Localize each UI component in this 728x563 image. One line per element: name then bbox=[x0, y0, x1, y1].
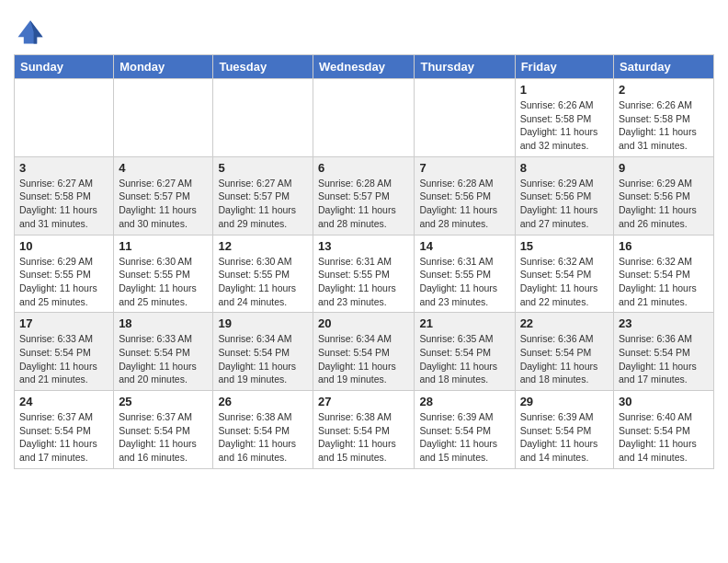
day-info: Sunrise: 6:33 AM Sunset: 5:54 PM Dayligh… bbox=[19, 332, 108, 386]
day-info: Sunrise: 6:38 AM Sunset: 5:54 PM Dayligh… bbox=[318, 410, 409, 465]
day-header-saturday: Saturday bbox=[614, 55, 714, 79]
day-number: 8 bbox=[520, 161, 609, 175]
calendar-week-row: 24Sunrise: 6:37 AM Sunset: 5:54 PM Dayli… bbox=[15, 391, 714, 469]
day-info: Sunrise: 6:35 AM Sunset: 5:54 PM Dayligh… bbox=[419, 332, 509, 386]
calendar-cell: 17Sunrise: 6:33 AM Sunset: 5:54 PM Dayli… bbox=[15, 313, 114, 391]
day-info: Sunrise: 6:31 AM Sunset: 5:55 PM Dayligh… bbox=[318, 255, 409, 309]
calendar-week-row: 17Sunrise: 6:33 AM Sunset: 5:54 PM Dayli… bbox=[15, 313, 714, 391]
day-number: 5 bbox=[218, 161, 308, 175]
day-number: 14 bbox=[419, 239, 509, 253]
calendar-cell: 22Sunrise: 6:36 AM Sunset: 5:54 PM Dayli… bbox=[515, 313, 613, 391]
day-info: Sunrise: 6:32 AM Sunset: 5:54 PM Dayligh… bbox=[619, 255, 709, 309]
calendar-cell bbox=[114, 79, 213, 157]
calendar-cell: 25Sunrise: 6:37 AM Sunset: 5:54 PM Dayli… bbox=[114, 391, 213, 469]
calendar-cell: 26Sunrise: 6:38 AM Sunset: 5:54 PM Dayli… bbox=[213, 391, 313, 469]
day-header-tuesday: Tuesday bbox=[213, 55, 313, 79]
day-info: Sunrise: 6:36 AM Sunset: 5:54 PM Dayligh… bbox=[619, 332, 709, 386]
day-number: 23 bbox=[619, 316, 709, 330]
calendar: SundayMondayTuesdayWednesdayThursdayFrid… bbox=[14, 54, 714, 469]
day-info: Sunrise: 6:28 AM Sunset: 5:57 PM Dayligh… bbox=[318, 177, 409, 231]
calendar-cell: 7Sunrise: 6:28 AM Sunset: 5:56 PM Daylig… bbox=[415, 156, 515, 235]
calendar-cell bbox=[313, 79, 415, 157]
calendar-cell: 3Sunrise: 6:27 AM Sunset: 5:58 PM Daylig… bbox=[15, 156, 114, 235]
calendar-cell: 10Sunrise: 6:29 AM Sunset: 5:55 PM Dayli… bbox=[15, 235, 114, 313]
calendar-week-row: 3Sunrise: 6:27 AM Sunset: 5:58 PM Daylig… bbox=[15, 156, 714, 235]
calendar-cell bbox=[213, 79, 313, 157]
day-number: 29 bbox=[520, 395, 609, 408]
day-number: 18 bbox=[119, 316, 208, 330]
day-info: Sunrise: 6:28 AM Sunset: 5:56 PM Dayligh… bbox=[419, 177, 509, 231]
calendar-cell: 15Sunrise: 6:32 AM Sunset: 5:54 PM Dayli… bbox=[515, 235, 613, 313]
calendar-cell: 6Sunrise: 6:28 AM Sunset: 5:57 PM Daylig… bbox=[313, 156, 415, 235]
day-number: 6 bbox=[318, 161, 409, 175]
calendar-cell: 16Sunrise: 6:32 AM Sunset: 5:54 PM Dayli… bbox=[614, 235, 714, 313]
calendar-cell bbox=[15, 79, 114, 157]
day-info: Sunrise: 6:31 AM Sunset: 5:55 PM Dayligh… bbox=[419, 255, 509, 309]
calendar-week-row: 1Sunrise: 6:26 AM Sunset: 5:58 PM Daylig… bbox=[15, 79, 714, 157]
calendar-cell: 2Sunrise: 6:26 AM Sunset: 5:58 PM Daylig… bbox=[614, 79, 714, 157]
calendar-cell: 20Sunrise: 6:34 AM Sunset: 5:54 PM Dayli… bbox=[313, 313, 415, 391]
calendar-cell: 28Sunrise: 6:39 AM Sunset: 5:54 PM Dayli… bbox=[415, 391, 515, 469]
calendar-cell: 4Sunrise: 6:27 AM Sunset: 5:57 PM Daylig… bbox=[114, 156, 213, 235]
day-info: Sunrise: 6:27 AM Sunset: 5:57 PM Dayligh… bbox=[218, 177, 308, 231]
day-number: 3 bbox=[19, 161, 108, 175]
page: SundayMondayTuesdayWednesdayThursdayFrid… bbox=[0, 0, 728, 483]
day-info: Sunrise: 6:34 AM Sunset: 5:54 PM Dayligh… bbox=[218, 332, 308, 386]
calendar-cell: 27Sunrise: 6:38 AM Sunset: 5:54 PM Dayli… bbox=[313, 391, 415, 469]
calendar-cell: 19Sunrise: 6:34 AM Sunset: 5:54 PM Dayli… bbox=[213, 313, 313, 391]
calendar-week-row: 10Sunrise: 6:29 AM Sunset: 5:55 PM Dayli… bbox=[15, 235, 714, 313]
day-number: 12 bbox=[218, 239, 308, 253]
day-number: 22 bbox=[520, 316, 609, 330]
day-info: Sunrise: 6:30 AM Sunset: 5:55 PM Dayligh… bbox=[218, 255, 308, 309]
day-info: Sunrise: 6:34 AM Sunset: 5:54 PM Dayligh… bbox=[318, 332, 409, 386]
day-header-thursday: Thursday bbox=[415, 55, 515, 79]
day-number: 16 bbox=[619, 239, 709, 253]
calendar-cell: 29Sunrise: 6:39 AM Sunset: 5:54 PM Dayli… bbox=[515, 391, 613, 469]
day-info: Sunrise: 6:37 AM Sunset: 5:54 PM Dayligh… bbox=[19, 410, 108, 465]
logo bbox=[14, 14, 51, 47]
day-number: 1 bbox=[520, 83, 609, 97]
day-number: 11 bbox=[119, 239, 208, 253]
calendar-cell: 21Sunrise: 6:35 AM Sunset: 5:54 PM Dayli… bbox=[415, 313, 515, 391]
day-info: Sunrise: 6:27 AM Sunset: 5:57 PM Dayligh… bbox=[119, 177, 208, 231]
day-info: Sunrise: 6:32 AM Sunset: 5:54 PM Dayligh… bbox=[520, 255, 609, 309]
header bbox=[14, 9, 714, 47]
day-info: Sunrise: 6:39 AM Sunset: 5:54 PM Dayligh… bbox=[419, 410, 509, 465]
day-header-friday: Friday bbox=[515, 55, 613, 79]
calendar-cell: 9Sunrise: 6:29 AM Sunset: 5:56 PM Daylig… bbox=[614, 156, 714, 235]
calendar-cell: 24Sunrise: 6:37 AM Sunset: 5:54 PM Dayli… bbox=[15, 391, 114, 469]
day-number: 13 bbox=[318, 239, 409, 253]
day-header-sunday: Sunday bbox=[15, 55, 114, 79]
logo-icon bbox=[14, 14, 47, 47]
day-number: 28 bbox=[419, 395, 509, 408]
day-info: Sunrise: 6:36 AM Sunset: 5:54 PM Dayligh… bbox=[520, 332, 609, 386]
day-info: Sunrise: 6:40 AM Sunset: 5:54 PM Dayligh… bbox=[619, 410, 709, 465]
day-number: 15 bbox=[520, 239, 609, 253]
day-header-monday: Monday bbox=[114, 55, 213, 79]
calendar-cell: 1Sunrise: 6:26 AM Sunset: 5:58 PM Daylig… bbox=[515, 79, 613, 157]
day-info: Sunrise: 6:39 AM Sunset: 5:54 PM Dayligh… bbox=[520, 410, 609, 465]
calendar-cell: 30Sunrise: 6:40 AM Sunset: 5:54 PM Dayli… bbox=[614, 391, 714, 469]
day-number: 26 bbox=[218, 395, 308, 408]
day-info: Sunrise: 6:29 AM Sunset: 5:56 PM Dayligh… bbox=[619, 177, 709, 231]
calendar-cell: 13Sunrise: 6:31 AM Sunset: 5:55 PM Dayli… bbox=[313, 235, 415, 313]
day-number: 25 bbox=[119, 395, 208, 408]
day-number: 27 bbox=[318, 395, 409, 408]
day-number: 20 bbox=[318, 316, 409, 330]
calendar-cell: 11Sunrise: 6:30 AM Sunset: 5:55 PM Dayli… bbox=[114, 235, 213, 313]
day-info: Sunrise: 6:27 AM Sunset: 5:58 PM Dayligh… bbox=[19, 177, 108, 231]
calendar-cell: 5Sunrise: 6:27 AM Sunset: 5:57 PM Daylig… bbox=[213, 156, 313, 235]
calendar-header-row: SundayMondayTuesdayWednesdayThursdayFrid… bbox=[15, 55, 714, 79]
calendar-cell: 18Sunrise: 6:33 AM Sunset: 5:54 PM Dayli… bbox=[114, 313, 213, 391]
calendar-cell: 12Sunrise: 6:30 AM Sunset: 5:55 PM Dayli… bbox=[213, 235, 313, 313]
calendar-cell: 14Sunrise: 6:31 AM Sunset: 5:55 PM Dayli… bbox=[415, 235, 515, 313]
day-info: Sunrise: 6:29 AM Sunset: 5:55 PM Dayligh… bbox=[19, 255, 108, 309]
day-number: 17 bbox=[19, 316, 108, 330]
day-number: 21 bbox=[419, 316, 509, 330]
day-number: 9 bbox=[619, 161, 709, 175]
day-info: Sunrise: 6:26 AM Sunset: 5:58 PM Dayligh… bbox=[619, 98, 709, 153]
day-info: Sunrise: 6:33 AM Sunset: 5:54 PM Dayligh… bbox=[119, 332, 208, 386]
day-number: 4 bbox=[119, 161, 208, 175]
day-info: Sunrise: 6:29 AM Sunset: 5:56 PM Dayligh… bbox=[520, 177, 609, 231]
calendar-cell bbox=[415, 79, 515, 157]
